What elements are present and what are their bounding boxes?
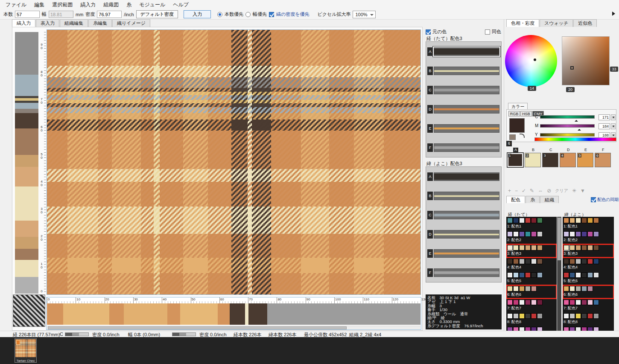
color-tab-1[interactable]: スウォッチ bbox=[540, 19, 573, 27]
warp-palette-row-2[interactable]: 2: 配色2 bbox=[506, 230, 557, 244]
palette-color-swatch[interactable] bbox=[575, 286, 581, 291]
palette-tab-0[interactable]: 配色 bbox=[506, 196, 525, 203]
palette-tool-icon-2[interactable]: ✓ bbox=[522, 188, 526, 194]
stripe-segment[interactable] bbox=[15, 103, 38, 109]
color-swatch-3[interactable]: 3 bbox=[542, 153, 558, 167]
weft-thread-D[interactable]: D bbox=[426, 224, 501, 244]
weft-palette-row-5[interactable]: 5: 配色5 bbox=[563, 271, 614, 285]
palette-color-swatch[interactable] bbox=[587, 300, 593, 305]
weft-thread-B[interactable]: B bbox=[426, 186, 501, 205]
menu-item-4[interactable]: 組織図 bbox=[99, 0, 123, 9]
menu-item-3[interactable]: 縞入力 bbox=[76, 0, 99, 9]
stripe-segment[interactable] bbox=[267, 303, 420, 325]
palette-color-swatch[interactable] bbox=[525, 245, 531, 250]
weft-thread-F[interactable]: F bbox=[426, 263, 501, 282]
yellow-slider[interactable] bbox=[540, 133, 595, 137]
palette-tool-icon-1[interactable]: − bbox=[515, 188, 518, 194]
saturation-brightness-square[interactable] bbox=[562, 36, 610, 85]
scrollbar-thumb[interactable] bbox=[48, 326, 347, 329]
magenta-spinner[interactable] bbox=[611, 123, 616, 129]
weft-palette-row-2[interactable]: 2: 配色2 bbox=[563, 230, 614, 244]
cyan-value[interactable]: 171 bbox=[599, 114, 610, 120]
stripe-segment[interactable] bbox=[15, 109, 38, 113]
warp-palette-row-5[interactable]: 5: 配色5 bbox=[506, 271, 557, 285]
count-input[interactable] bbox=[15, 11, 40, 18]
stripe-segment[interactable] bbox=[15, 32, 38, 75]
toolbar-expand-arrow-icon[interactable] bbox=[612, 12, 615, 16]
palette-sync-checkbox[interactable] bbox=[591, 197, 596, 202]
palette-color-swatch[interactable] bbox=[564, 231, 569, 237]
stripe-segment[interactable] bbox=[15, 113, 38, 128]
view-tab-1[interactable]: 表入力 bbox=[36, 19, 59, 27]
palette-color-swatch[interactable] bbox=[513, 313, 519, 319]
stripe-segment[interactable] bbox=[15, 128, 38, 155]
stripe-segment[interactable] bbox=[47, 303, 63, 325]
palette-color-swatch[interactable] bbox=[593, 245, 599, 250]
palette-color-swatch[interactable] bbox=[531, 313, 537, 319]
stripe-segment[interactable] bbox=[15, 260, 38, 277]
palette-color-swatch[interactable] bbox=[569, 272, 575, 278]
palette-color-swatch[interactable] bbox=[537, 245, 543, 250]
palette-color-swatch[interactable] bbox=[537, 259, 543, 264]
palette-color-swatch[interactable] bbox=[593, 259, 599, 264]
palette-color-swatch[interactable] bbox=[564, 286, 569, 291]
palette-color-swatch[interactable] bbox=[575, 272, 581, 278]
palette-color-swatch[interactable] bbox=[531, 245, 537, 250]
density-input[interactable] bbox=[97, 11, 122, 18]
palette-color-swatch[interactable] bbox=[537, 272, 543, 278]
stripe-segment[interactable] bbox=[15, 186, 38, 221]
menu-item-1[interactable]: 編集 bbox=[30, 0, 48, 9]
same-color-checkbox[interactable] bbox=[485, 29, 490, 35]
palette-color-swatch[interactable] bbox=[587, 272, 593, 278]
palette-color-swatch[interactable] bbox=[569, 259, 575, 264]
stripe-segment[interactable] bbox=[245, 303, 248, 325]
hue-spectrum-bar[interactable] bbox=[534, 137, 616, 141]
pixel-zoom-select[interactable]: 100% bbox=[353, 11, 375, 18]
tartan-pattern-canvas[interactable] bbox=[47, 30, 420, 294]
width-input[interactable] bbox=[49, 11, 73, 18]
stripe-segment[interactable] bbox=[124, 303, 167, 325]
warp-thread-B[interactable]: B bbox=[426, 61, 501, 80]
palette-color-swatch[interactable] bbox=[564, 272, 569, 278]
palette-color-swatch[interactable] bbox=[575, 245, 581, 250]
palette-tool-icon-6[interactable]: クリア bbox=[555, 188, 568, 194]
count-priority-radio[interactable] bbox=[217, 12, 222, 17]
palette-color-swatch[interactable] bbox=[593, 300, 599, 305]
menu-item-7[interactable]: ヘルプ bbox=[169, 0, 193, 9]
palette-tool-icon-5[interactable]: ⊘ bbox=[547, 188, 551, 194]
view-tab-2[interactable]: 組織編集 bbox=[60, 19, 88, 27]
color-swatch-1[interactable]: 1 bbox=[507, 153, 523, 167]
palette-color-swatch[interactable] bbox=[507, 286, 513, 291]
palette-color-swatch[interactable] bbox=[581, 300, 587, 305]
cyan-slider-marker[interactable] bbox=[575, 118, 578, 122]
palette-color-swatch[interactable] bbox=[575, 231, 581, 237]
warp-palette-row-3[interactable]: 3: 配色3 bbox=[506, 244, 557, 258]
palette-color-swatch[interactable] bbox=[525, 231, 531, 237]
palette-color-swatch[interactable] bbox=[507, 300, 513, 305]
palette-color-swatch[interactable] bbox=[531, 286, 537, 291]
palette-tool-icon-4[interactable]: ⇔ bbox=[538, 188, 543, 194]
warp-thread-F[interactable]: F bbox=[426, 138, 501, 157]
default-density-button[interactable]: デフォルト密度 bbox=[136, 10, 178, 18]
menu-item-6[interactable]: モジュール bbox=[135, 0, 169, 9]
palette-tab-2[interactable]: 組織 bbox=[540, 196, 559, 203]
palette-color-swatch[interactable] bbox=[507, 245, 513, 250]
palette-color-swatch[interactable] bbox=[519, 286, 525, 291]
palette-color-swatch[interactable] bbox=[569, 245, 575, 250]
stripe-segment[interactable] bbox=[15, 277, 38, 294]
palette-color-swatch[interactable] bbox=[507, 259, 513, 264]
weft-thread-E[interactable]: E bbox=[426, 244, 501, 263]
warp-thread-D[interactable]: D bbox=[426, 99, 501, 119]
weft-thread-A[interactable]: A bbox=[426, 167, 501, 186]
magenta-slider-marker[interactable] bbox=[578, 127, 581, 131]
warp-palette-row-4[interactable]: 4: 配色4 bbox=[506, 258, 557, 271]
cyan-slider[interactable] bbox=[540, 115, 595, 119]
stripe-segment[interactable] bbox=[109, 303, 124, 325]
palette-color-swatch[interactable] bbox=[587, 218, 593, 223]
cyan-spinner[interactable] bbox=[611, 114, 616, 120]
palette-tab-1[interactable]: 糸 bbox=[526, 196, 540, 203]
rgb-mode-button[interactable]: RGB bbox=[508, 111, 520, 116]
palette-color-swatch[interactable] bbox=[513, 218, 519, 223]
palette-color-swatch[interactable] bbox=[525, 313, 531, 319]
palette-color-swatch[interactable] bbox=[525, 218, 531, 223]
